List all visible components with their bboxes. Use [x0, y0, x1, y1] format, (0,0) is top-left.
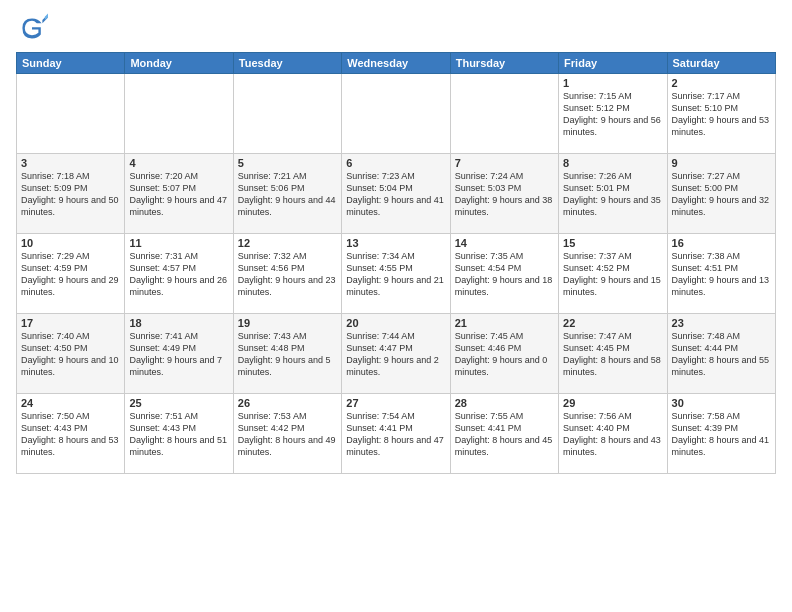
- calendar-cell: 2Sunrise: 7:17 AM Sunset: 5:10 PM Daylig…: [667, 74, 775, 154]
- calendar-cell: 19Sunrise: 7:43 AM Sunset: 4:48 PM Dayli…: [233, 314, 341, 394]
- day-info: Sunrise: 7:50 AM Sunset: 4:43 PM Dayligh…: [21, 410, 120, 459]
- header: [16, 12, 776, 44]
- calendar-cell: 14Sunrise: 7:35 AM Sunset: 4:54 PM Dayli…: [450, 234, 558, 314]
- calendar-cell: [342, 74, 450, 154]
- day-info: Sunrise: 7:48 AM Sunset: 4:44 PM Dayligh…: [672, 330, 771, 379]
- day-number: 8: [563, 157, 662, 169]
- day-info: Sunrise: 7:54 AM Sunset: 4:41 PM Dayligh…: [346, 410, 445, 459]
- day-info: Sunrise: 7:17 AM Sunset: 5:10 PM Dayligh…: [672, 90, 771, 139]
- calendar-cell: 27Sunrise: 7:54 AM Sunset: 4:41 PM Dayli…: [342, 394, 450, 474]
- calendar-cell: 17Sunrise: 7:40 AM Sunset: 4:50 PM Dayli…: [17, 314, 125, 394]
- day-number: 11: [129, 237, 228, 249]
- day-number: 4: [129, 157, 228, 169]
- day-number: 16: [672, 237, 771, 249]
- day-number: 9: [672, 157, 771, 169]
- calendar-cell: 24Sunrise: 7:50 AM Sunset: 4:43 PM Dayli…: [17, 394, 125, 474]
- day-info: Sunrise: 7:41 AM Sunset: 4:49 PM Dayligh…: [129, 330, 228, 379]
- day-number: 30: [672, 397, 771, 409]
- calendar-cell: [17, 74, 125, 154]
- day-number: 5: [238, 157, 337, 169]
- day-info: Sunrise: 7:31 AM Sunset: 4:57 PM Dayligh…: [129, 250, 228, 299]
- calendar: SundayMondayTuesdayWednesdayThursdayFrid…: [16, 52, 776, 474]
- calendar-cell: 8Sunrise: 7:26 AM Sunset: 5:01 PM Daylig…: [559, 154, 667, 234]
- day-info: Sunrise: 7:32 AM Sunset: 4:56 PM Dayligh…: [238, 250, 337, 299]
- weekday-header: Saturday: [667, 53, 775, 74]
- calendar-cell: 30Sunrise: 7:58 AM Sunset: 4:39 PM Dayli…: [667, 394, 775, 474]
- calendar-cell: 3Sunrise: 7:18 AM Sunset: 5:09 PM Daylig…: [17, 154, 125, 234]
- day-number: 19: [238, 317, 337, 329]
- day-info: Sunrise: 7:51 AM Sunset: 4:43 PM Dayligh…: [129, 410, 228, 459]
- week-row: 10Sunrise: 7:29 AM Sunset: 4:59 PM Dayli…: [17, 234, 776, 314]
- calendar-cell: 21Sunrise: 7:45 AM Sunset: 4:46 PM Dayli…: [450, 314, 558, 394]
- calendar-cell: 18Sunrise: 7:41 AM Sunset: 4:49 PM Dayli…: [125, 314, 233, 394]
- day-number: 20: [346, 317, 445, 329]
- day-info: Sunrise: 7:27 AM Sunset: 5:00 PM Dayligh…: [672, 170, 771, 219]
- day-info: Sunrise: 7:23 AM Sunset: 5:04 PM Dayligh…: [346, 170, 445, 219]
- calendar-cell: 28Sunrise: 7:55 AM Sunset: 4:41 PM Dayli…: [450, 394, 558, 474]
- week-row: 17Sunrise: 7:40 AM Sunset: 4:50 PM Dayli…: [17, 314, 776, 394]
- calendar-cell: 23Sunrise: 7:48 AM Sunset: 4:44 PM Dayli…: [667, 314, 775, 394]
- calendar-cell: 29Sunrise: 7:56 AM Sunset: 4:40 PM Dayli…: [559, 394, 667, 474]
- day-info: Sunrise: 7:29 AM Sunset: 4:59 PM Dayligh…: [21, 250, 120, 299]
- day-number: 21: [455, 317, 554, 329]
- day-number: 23: [672, 317, 771, 329]
- weekday-header: Sunday: [17, 53, 125, 74]
- page: SundayMondayTuesdayWednesdayThursdayFrid…: [0, 0, 792, 612]
- day-number: 7: [455, 157, 554, 169]
- day-info: Sunrise: 7:44 AM Sunset: 4:47 PM Dayligh…: [346, 330, 445, 379]
- day-info: Sunrise: 7:43 AM Sunset: 4:48 PM Dayligh…: [238, 330, 337, 379]
- weekday-header: Monday: [125, 53, 233, 74]
- weekday-header: Friday: [559, 53, 667, 74]
- week-row: 24Sunrise: 7:50 AM Sunset: 4:43 PM Dayli…: [17, 394, 776, 474]
- day-info: Sunrise: 7:45 AM Sunset: 4:46 PM Dayligh…: [455, 330, 554, 379]
- calendar-cell: 26Sunrise: 7:53 AM Sunset: 4:42 PM Dayli…: [233, 394, 341, 474]
- day-info: Sunrise: 7:24 AM Sunset: 5:03 PM Dayligh…: [455, 170, 554, 219]
- logo: [16, 12, 52, 44]
- day-number: 13: [346, 237, 445, 249]
- day-info: Sunrise: 7:34 AM Sunset: 4:55 PM Dayligh…: [346, 250, 445, 299]
- calendar-cell: 5Sunrise: 7:21 AM Sunset: 5:06 PM Daylig…: [233, 154, 341, 234]
- day-info: Sunrise: 7:56 AM Sunset: 4:40 PM Dayligh…: [563, 410, 662, 459]
- day-number: 3: [21, 157, 120, 169]
- calendar-cell: 16Sunrise: 7:38 AM Sunset: 4:51 PM Dayli…: [667, 234, 775, 314]
- calendar-cell: 11Sunrise: 7:31 AM Sunset: 4:57 PM Dayli…: [125, 234, 233, 314]
- calendar-cell: 1Sunrise: 7:15 AM Sunset: 5:12 PM Daylig…: [559, 74, 667, 154]
- day-info: Sunrise: 7:40 AM Sunset: 4:50 PM Dayligh…: [21, 330, 120, 379]
- day-info: Sunrise: 7:20 AM Sunset: 5:07 PM Dayligh…: [129, 170, 228, 219]
- weekday-header-row: SundayMondayTuesdayWednesdayThursdayFrid…: [17, 53, 776, 74]
- weekday-header: Tuesday: [233, 53, 341, 74]
- day-number: 14: [455, 237, 554, 249]
- day-number: 6: [346, 157, 445, 169]
- day-number: 2: [672, 77, 771, 89]
- calendar-cell: 15Sunrise: 7:37 AM Sunset: 4:52 PM Dayli…: [559, 234, 667, 314]
- day-info: Sunrise: 7:58 AM Sunset: 4:39 PM Dayligh…: [672, 410, 771, 459]
- day-number: 28: [455, 397, 554, 409]
- calendar-cell: 9Sunrise: 7:27 AM Sunset: 5:00 PM Daylig…: [667, 154, 775, 234]
- calendar-cell: [450, 74, 558, 154]
- calendar-cell: 20Sunrise: 7:44 AM Sunset: 4:47 PM Dayli…: [342, 314, 450, 394]
- day-number: 27: [346, 397, 445, 409]
- day-number: 26: [238, 397, 337, 409]
- calendar-cell: 12Sunrise: 7:32 AM Sunset: 4:56 PM Dayli…: [233, 234, 341, 314]
- day-info: Sunrise: 7:35 AM Sunset: 4:54 PM Dayligh…: [455, 250, 554, 299]
- weekday-header: Thursday: [450, 53, 558, 74]
- day-info: Sunrise: 7:55 AM Sunset: 4:41 PM Dayligh…: [455, 410, 554, 459]
- calendar-cell: 10Sunrise: 7:29 AM Sunset: 4:59 PM Dayli…: [17, 234, 125, 314]
- weekday-header: Wednesday: [342, 53, 450, 74]
- calendar-cell: 22Sunrise: 7:47 AM Sunset: 4:45 PM Dayli…: [559, 314, 667, 394]
- day-info: Sunrise: 7:21 AM Sunset: 5:06 PM Dayligh…: [238, 170, 337, 219]
- week-row: 1Sunrise: 7:15 AM Sunset: 5:12 PM Daylig…: [17, 74, 776, 154]
- day-info: Sunrise: 7:26 AM Sunset: 5:01 PM Dayligh…: [563, 170, 662, 219]
- calendar-cell: [125, 74, 233, 154]
- calendar-cell: 7Sunrise: 7:24 AM Sunset: 5:03 PM Daylig…: [450, 154, 558, 234]
- day-number: 10: [21, 237, 120, 249]
- calendar-cell: 6Sunrise: 7:23 AM Sunset: 5:04 PM Daylig…: [342, 154, 450, 234]
- calendar-cell: 4Sunrise: 7:20 AM Sunset: 5:07 PM Daylig…: [125, 154, 233, 234]
- day-number: 17: [21, 317, 120, 329]
- day-info: Sunrise: 7:18 AM Sunset: 5:09 PM Dayligh…: [21, 170, 120, 219]
- day-number: 22: [563, 317, 662, 329]
- day-info: Sunrise: 7:15 AM Sunset: 5:12 PM Dayligh…: [563, 90, 662, 139]
- day-info: Sunrise: 7:37 AM Sunset: 4:52 PM Dayligh…: [563, 250, 662, 299]
- calendar-cell: 13Sunrise: 7:34 AM Sunset: 4:55 PM Dayli…: [342, 234, 450, 314]
- day-number: 12: [238, 237, 337, 249]
